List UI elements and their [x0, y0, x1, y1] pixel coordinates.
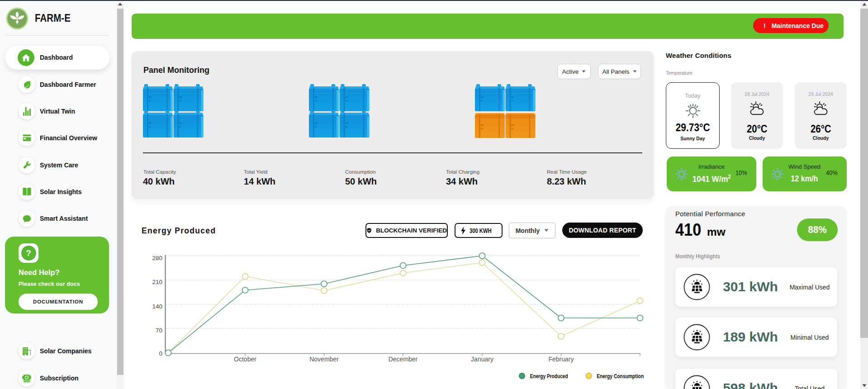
svg-text:January: January: [471, 356, 493, 363]
svg-text:210: 210: [152, 279, 162, 285]
svg-text:November: November: [309, 356, 339, 363]
svg-text:Energy Consumption: Energy Consumption: [597, 373, 644, 380]
svg-text:Energy Produced: Energy Produced: [530, 373, 568, 380]
svg-text:February: February: [548, 356, 574, 363]
svg-text:70: 70: [156, 327, 162, 334]
svg-text:October: October: [234, 356, 256, 363]
svg-text:0: 0: [159, 350, 162, 357]
svg-text:280: 280: [152, 255, 162, 261]
svg-text:140: 140: [152, 303, 162, 310]
svg-text:December: December: [389, 356, 418, 363]
